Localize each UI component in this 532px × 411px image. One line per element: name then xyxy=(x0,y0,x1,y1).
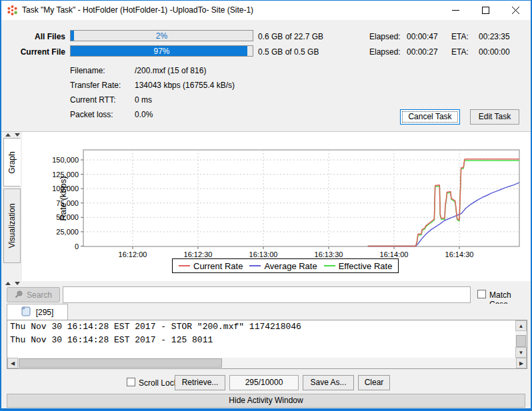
all-files-eta-label: ETA: xyxy=(451,32,469,41)
save-as-button[interactable]: Save As... xyxy=(303,375,354,390)
rtt-value: 0 ms xyxy=(135,95,152,105)
log-line: Thu Nov 30 16:14:28 EST 2017 - 125 8011 xyxy=(7,334,527,347)
log-counter: 295/10000 xyxy=(229,375,299,390)
log-controls-row: Scroll Lock Retrieve... 295/10000 Save A… xyxy=(1,370,531,392)
current-file-elapsed-label: Elapsed: xyxy=(369,47,401,57)
scroll-up-icon[interactable]: ▲ xyxy=(515,320,527,331)
all-files-progressbar: 2% xyxy=(70,30,253,41)
current-file-eta-value: 00:00:00 xyxy=(479,47,510,57)
log-line: Thu Nov 30 16:14:28 EST 2017 - STOR "200… xyxy=(7,320,527,334)
search-button[interactable]: Search xyxy=(7,287,60,302)
y-axis-label: Rate (kbps) xyxy=(58,176,68,220)
app-icon xyxy=(7,5,18,16)
minimize-button[interactable] xyxy=(441,1,471,20)
title-bar: Task "My Task" - HotFolder (HotFolder-1)… xyxy=(1,1,531,20)
transfer-rate-value: 134043 kbps (16755.4 kB/s) xyxy=(135,81,235,90)
clear-button[interactable]: Clear xyxy=(358,375,390,390)
legend-item: Effective Rate xyxy=(324,261,393,271)
all-files-elapsed-value: 00:00:47 xyxy=(407,32,438,41)
log-tab-label: [295] xyxy=(36,308,54,317)
current-file-eta-label: ETA: xyxy=(451,47,469,57)
maximize-button[interactable] xyxy=(471,1,501,20)
scroll-lock-checkbox[interactable] xyxy=(127,378,135,386)
collapse-up-icon[interactable] xyxy=(5,282,11,285)
y-tick-label: 0 xyxy=(75,242,79,250)
log-tab[interactable]: [295] xyxy=(7,304,68,320)
current-file-progressbar: 97% xyxy=(70,45,253,57)
splitter-bottom[interactable] xyxy=(5,282,20,285)
log-area[interactable]: Thu Nov 30 16:14:28 EST 2017 - STOR "200… xyxy=(7,320,527,369)
log-scroll-icon xyxy=(21,306,31,318)
log-tab-row: [295] xyxy=(1,304,531,320)
close-button[interactable] xyxy=(501,1,531,20)
cancel-task-button[interactable]: Cancel Task xyxy=(400,109,460,125)
hide-row: Hide Activity Window xyxy=(1,392,531,409)
legend-label: Current Rate xyxy=(193,261,243,271)
filename-value: /200.mxf (15 of 816) xyxy=(135,66,206,75)
x-tick-label: 16:14:00 xyxy=(380,250,409,258)
legend-label: Effective Rate xyxy=(339,261,393,271)
current-file-size: 0.5 GB of 0.5 GB xyxy=(258,47,319,57)
legend-item: Average Rate xyxy=(249,261,317,271)
match-case-checkbox[interactable] xyxy=(477,290,486,298)
all-files-size: 0.6 GB of 22.7 GB xyxy=(258,32,323,41)
x-tick-label: 16:13:00 xyxy=(249,250,278,258)
legend-label: Average Rate xyxy=(264,261,317,271)
vscroll-thumb[interactable] xyxy=(516,335,526,347)
y-tick-label: 25,000 xyxy=(56,228,79,236)
scroll-left-icon[interactable]: ◀ xyxy=(7,358,18,368)
all-files-percent: 2% xyxy=(71,31,253,41)
chart-legend: Current RateAverage RateEffective Rate xyxy=(172,258,399,273)
legend-swatch xyxy=(179,265,190,266)
transfer-rate-label: Transfer Rate: xyxy=(70,81,121,90)
packet-loss-value: 0.0% xyxy=(135,110,153,119)
all-files-eta-value: 00:23:35 xyxy=(479,32,510,41)
all-files-elapsed-label: Elapsed: xyxy=(369,32,401,41)
search-input[interactable] xyxy=(63,286,471,303)
search-row: Search Match Case xyxy=(1,281,531,304)
packet-loss-label: Packet loss: xyxy=(70,110,113,119)
hscroll-thumb[interactable] xyxy=(19,358,222,368)
window-title: Task "My Task" - HotFolder (HotFolder-1)… xyxy=(22,5,253,15)
x-tick-label: 16:12:30 xyxy=(184,250,213,258)
y-tick-label: 150,000 xyxy=(52,156,79,164)
x-tick-label: 16:14:30 xyxy=(445,250,474,258)
log-hscrollbar[interactable]: ◀ ▶ xyxy=(7,358,527,368)
legend-swatch xyxy=(249,265,261,266)
retrieve-button[interactable]: Retrieve... xyxy=(175,375,225,390)
scroll-right-icon[interactable]: ▶ xyxy=(516,358,527,368)
transfer-status-panel: All Files 2% 0.6 GB of 22.7 GB Elapsed: … xyxy=(1,20,531,131)
x-tick-label: 16:13:30 xyxy=(315,250,343,258)
rtt-label: Current RTT: xyxy=(70,95,115,105)
log-content: Thu Nov 30 16:14:28 EST 2017 - STOR "200… xyxy=(7,320,527,347)
current-file-label: Current File xyxy=(1,47,65,57)
scroll-lock-label: Scroll Lock xyxy=(139,378,178,388)
hide-activity-window-button[interactable]: Hide Activity Window xyxy=(7,394,525,408)
graph-section: Graph Visualization 025,00050,00075,0001… xyxy=(1,131,531,281)
search-icon xyxy=(15,290,23,300)
task-window: Task "My Task" - HotFolder (HotFolder-1)… xyxy=(0,0,532,411)
all-files-label: All Files xyxy=(1,32,65,41)
filename-label: Filename: xyxy=(70,66,105,75)
scroll-down-icon[interactable]: ▼ xyxy=(515,347,527,358)
collapse-down-icon[interactable] xyxy=(15,282,20,285)
current-file-elapsed-value: 00:00:27 xyxy=(407,47,438,57)
x-tick-label: 16:12:00 xyxy=(119,250,147,258)
current-file-percent: 97% xyxy=(71,47,253,56)
log-vscrollbar[interactable]: ▲ ▼ xyxy=(515,320,527,358)
legend-swatch xyxy=(324,265,335,266)
edit-task-button[interactable]: Edit Task xyxy=(470,109,519,125)
legend-item: Current Rate xyxy=(179,261,243,271)
